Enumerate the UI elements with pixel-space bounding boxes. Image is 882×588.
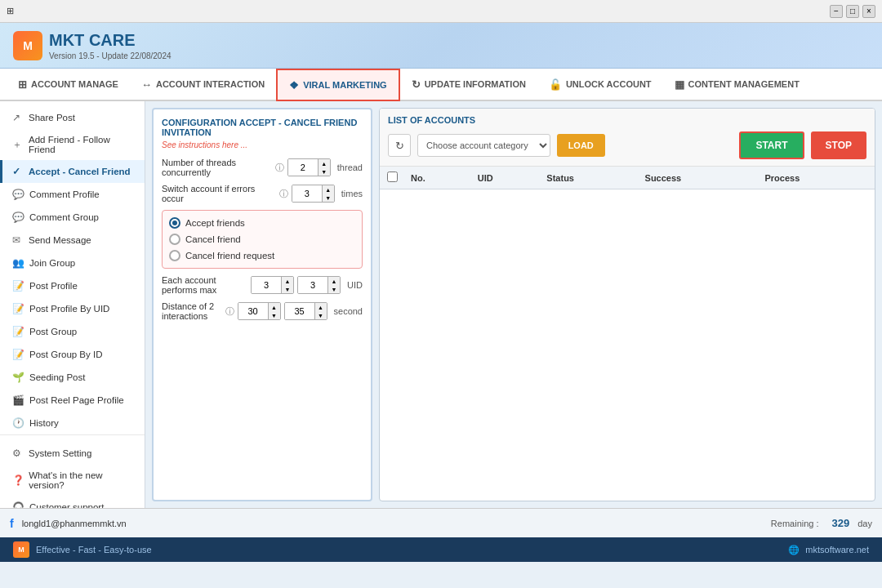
refresh-button[interactable]: ↻ xyxy=(388,134,411,157)
threads-unit: thread xyxy=(337,163,363,172)
footer-logo: M xyxy=(13,541,29,558)
sidebar-item-post-profile[interactable]: 📝 Post Profile xyxy=(0,274,145,297)
accounts-panel-title: LIST OF ACCOUNTS xyxy=(388,115,866,125)
sidebar-item-send-message[interactable]: ✉ Send Message xyxy=(0,229,145,252)
each-account-max-spin: ▲ ▼ xyxy=(327,277,340,293)
each-account-label: Each account performs max xyxy=(162,275,247,295)
tab-viral-marketing[interactable]: ❖ VIRAL MARKETING xyxy=(276,69,399,101)
account-manage-icon: ⊞ xyxy=(18,78,27,91)
each-account-min-down[interactable]: ▼ xyxy=(282,285,293,293)
table-header-row: No. UID Status Success Process xyxy=(380,167,875,189)
share-post-icon: ↗ xyxy=(12,112,24,123)
sidebar-item-comment-profile[interactable]: 💬 Comment Profile xyxy=(0,183,145,206)
sidebar-item-whats-new-label: What's in the new version? xyxy=(29,470,135,490)
logo-letter: M xyxy=(23,39,33,52)
distance-unit: second xyxy=(334,306,363,316)
tab-account-manage[interactable]: ⊞ ACCOUNT MANAGE xyxy=(7,69,130,101)
title-bar-left: ⊞ xyxy=(7,6,14,16)
add-friend-icon: ＋ xyxy=(12,138,24,152)
each-account-max-down[interactable]: ▼ xyxy=(328,285,340,293)
errors-input[interactable] xyxy=(292,185,322,202)
sidebar-item-post-reel-page[interactable]: 🎬 Post Reel Page Profile xyxy=(0,389,145,412)
sidebar-item-system-setting[interactable]: ⚙ System Setting xyxy=(0,442,145,465)
footer-website: mktsoftware.net xyxy=(805,545,869,555)
errors-label: Switch account if errors occur xyxy=(162,184,276,203)
sidebar-item-post-group-id[interactable]: 📝 Post Group By ID xyxy=(0,343,145,366)
distance-max-down[interactable]: ▼ xyxy=(315,311,327,319)
threads-input[interactable] xyxy=(288,159,318,176)
app-footer: M Effective - Fast - Easy-to-use 🌐 mktso… xyxy=(0,537,882,562)
accounts-table: No. UID Status Success Process xyxy=(380,167,875,501)
errors-unit: times xyxy=(341,189,363,198)
radio-cancel-friend[interactable]: Cancel friend xyxy=(169,234,355,245)
sidebar-item-history-label: History xyxy=(29,418,59,428)
threads-spin-down[interactable]: ▼ xyxy=(318,167,330,176)
facebook-icon: f xyxy=(10,517,14,530)
sidebar-item-post-reel-page-label: Post Reel Page Profile xyxy=(29,395,124,405)
sidebar-item-history[interactable]: 🕐 History xyxy=(0,412,145,434)
each-account-max-up[interactable]: ▲ xyxy=(328,277,340,285)
sidebar-item-send-message-label: Send Message xyxy=(29,235,91,245)
sidebar-item-post-group[interactable]: 📝 Post Group xyxy=(0,320,145,343)
logo-text: MKT CARE xyxy=(49,31,172,50)
sidebar-item-whats-new[interactable]: ❓ What's in the new version? xyxy=(0,465,145,496)
load-button[interactable]: LOAD xyxy=(557,134,605,157)
distance-max-input[interactable] xyxy=(285,303,314,319)
category-select[interactable]: Choose account category xyxy=(417,134,550,157)
start-button[interactable]: START xyxy=(739,131,804,159)
close-button[interactable]: × xyxy=(862,5,875,18)
errors-spin-up[interactable]: ▲ xyxy=(323,185,334,194)
distance-min-input[interactable] xyxy=(238,303,268,319)
remaining-days: 329 xyxy=(832,517,850,529)
errors-spin-down[interactable]: ▼ xyxy=(323,194,334,202)
seeding-post-icon: 🌱 xyxy=(12,372,24,383)
radio-cancel-friend-request[interactable]: Cancel friend request xyxy=(169,250,355,261)
restore-button[interactable]: □ xyxy=(846,5,859,18)
sidebar-item-join-group[interactable]: 👥 Join Group xyxy=(0,252,145,274)
unlock-account-icon: 🔓 xyxy=(549,78,562,91)
sidebar-item-share-post[interactable]: ↗ Share Post xyxy=(0,106,145,129)
tab-unlock-account[interactable]: 🔓 UNLOCK ACCOUNT xyxy=(537,69,663,101)
send-message-icon: ✉ xyxy=(12,234,24,246)
stop-button[interactable]: STOP xyxy=(811,131,866,159)
threads-spin-up[interactable]: ▲ xyxy=(318,159,330,167)
distance-max-group: ▲ ▼ xyxy=(284,302,327,320)
sidebar-item-add-friend[interactable]: ＋ Add Friend - Follow Friend xyxy=(0,129,145,160)
each-account-max-group: ▲ ▼ xyxy=(297,276,341,294)
tab-viral-marketing-label: VIRAL MARKETING xyxy=(303,80,386,90)
each-account-min-input[interactable] xyxy=(252,277,281,293)
each-account-min-up[interactable]: ▲ xyxy=(282,277,293,285)
sidebar-item-post-group-id-label: Post Group By ID xyxy=(29,350,102,359)
distance-min-up[interactable]: ▲ xyxy=(269,303,280,311)
sidebar-bottom: ⚙ System Setting ❓ What's in the new ver… xyxy=(0,434,145,508)
radio-accept-friends[interactable]: Accept friends xyxy=(169,217,355,229)
post-group-icon: 📝 xyxy=(12,326,24,337)
distance-max-up[interactable]: ▲ xyxy=(315,303,327,311)
footer-left: M Effective - Fast - Easy-to-use xyxy=(13,541,152,558)
sidebar-item-accept-cancel-friend[interactable]: ✓ Accept - Cancel Friend xyxy=(0,160,145,183)
radio-group: Accept friends Cancel friend Cancel frie… xyxy=(162,210,363,269)
distance-min-spin: ▲ ▼ xyxy=(268,303,280,319)
whats-new-icon: ❓ xyxy=(12,474,24,486)
sidebar-item-post-profile-uid[interactable]: 📝 Post Profile By UID xyxy=(0,297,145,320)
remaining-label: Remaining : xyxy=(771,519,819,528)
tab-account-interaction[interactable]: ↔ ACCOUNT INTERACTION xyxy=(130,69,276,101)
minimize-button[interactable]: − xyxy=(830,5,843,18)
sidebar-item-customer-support[interactable]: 🎧 Customer support xyxy=(0,496,145,508)
sidebar-item-seeding-post[interactable]: 🌱 Seeding Post xyxy=(0,366,145,389)
title-bar-controls: − □ × xyxy=(830,5,875,18)
config-panel-title: CONFIGURATION ACCEPT - CANCEL FRIEND INV… xyxy=(162,118,363,137)
history-icon: 🕐 xyxy=(12,417,24,429)
select-all-checkbox[interactable] xyxy=(387,172,398,182)
each-account-max-input[interactable] xyxy=(298,277,327,293)
status-bar: f longld1@phanmemmkt.vn Remaining : 329 … xyxy=(0,508,882,537)
tab-update-information[interactable]: ↻ UPDATE INFORMATION xyxy=(400,69,537,101)
distance-min-down[interactable]: ▼ xyxy=(269,311,280,319)
sidebar-item-comment-group[interactable]: 💬 Comment Group xyxy=(0,206,145,229)
logo-text-group: MKT CARE Version 19.5 - Update 22/08/202… xyxy=(49,31,172,60)
distance-inputs: ▲ ▼ ▲ ▼ xyxy=(238,302,327,320)
tab-content-management-label: CONTENT MANAGEMENT xyxy=(688,79,800,89)
tab-content-management[interactable]: ▦ CONTENT MANAGEMENT xyxy=(663,69,811,101)
radio-cancel-friend-request-label: Cancel friend request xyxy=(185,251,274,261)
sidebar-item-post-group-label: Post Group xyxy=(29,327,77,336)
